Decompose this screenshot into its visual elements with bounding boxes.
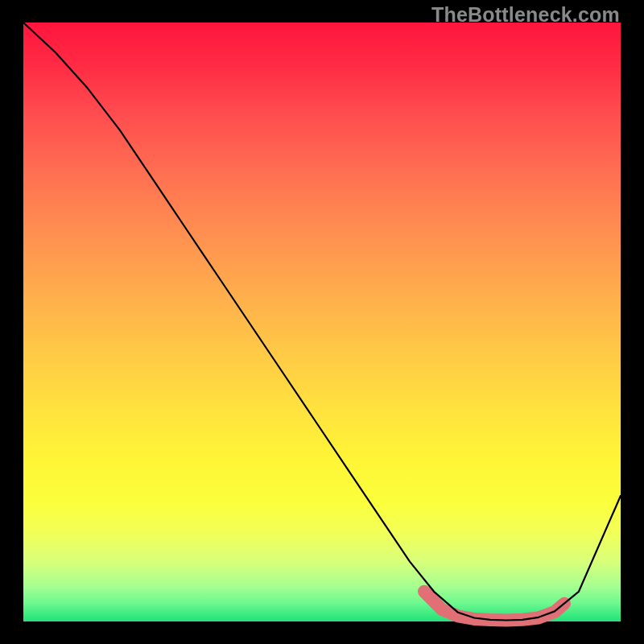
chart-frame: TheBottleneck.com — [0, 0, 644, 644]
chart-svg — [23, 23, 621, 621]
watermark-text: TheBottleneck.com — [431, 3, 620, 27]
bottleneck-curve — [23, 23, 621, 621]
